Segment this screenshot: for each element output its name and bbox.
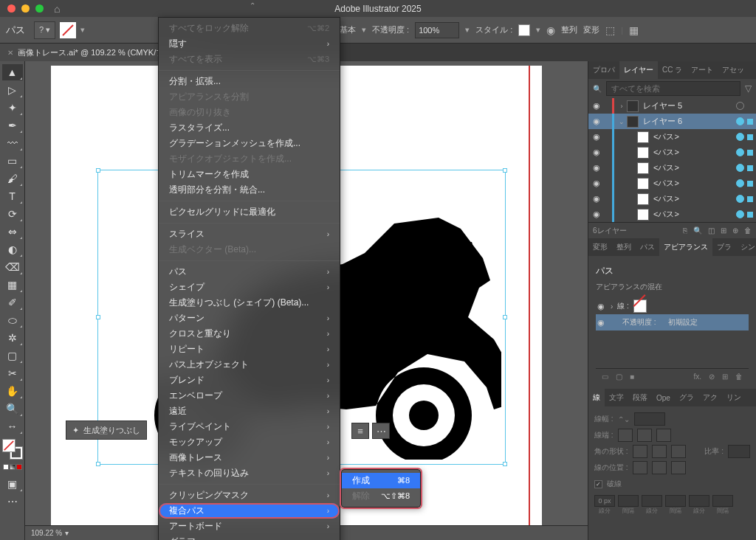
ratio-input[interactable] [728, 445, 750, 458]
menu-item[interactable]: 生成塗りつぶし (シェイプ) (Beta)... [159, 295, 340, 311]
layer-name[interactable]: <パス> [650, 193, 733, 204]
dash-input[interactable] [642, 495, 662, 507]
visibility-icon[interactable]: ◉ [591, 101, 602, 111]
layer-name[interactable]: レイヤー 5 [640, 100, 733, 111]
visibility-icon[interactable]: ◉ [591, 194, 602, 204]
visibility-icon[interactable]: ◉ [591, 132, 602, 142]
menu-item[interactable]: トリムマークを作成 [159, 167, 340, 182]
fill-swatch[interactable] [60, 22, 76, 38]
menu-item[interactable]: グラフ› [159, 534, 340, 540]
fx-icon[interactable]: fx. [693, 373, 701, 381]
zoom-level[interactable]: 109.22 % [31, 529, 62, 537]
trace-icon[interactable]: ▦ [629, 24, 639, 36]
magic-wand-tool[interactable]: ✦ [2, 100, 23, 116]
menu-item[interactable]: クリッピングマスク› [159, 488, 340, 503]
new-layer-icon[interactable]: ⊕ [732, 226, 738, 235]
home-icon[interactable]: ⌂ [54, 3, 60, 15]
layer-name[interactable]: <パス> [650, 178, 733, 189]
menu-item[interactable]: ライブペイント› [159, 419, 340, 435]
layer-row[interactable]: ◉<パス> [588, 191, 756, 207]
panel-tab[interactable]: アート [687, 61, 718, 79]
close-window[interactable] [7, 4, 16, 13]
dash-input[interactable] [665, 495, 686, 507]
layer-name[interactable]: <パス> [650, 162, 733, 173]
layer-search-input[interactable] [606, 81, 740, 96]
dimension-tool[interactable]: ↔ [2, 418, 23, 435]
collapse-arrow-icon[interactable]: ⌃ [250, 1, 255, 10]
panel-tab[interactable]: 整列 [612, 238, 636, 256]
paintbrush-tool[interactable]: 🖌 [2, 170, 23, 187]
disclosure-icon[interactable]: › [618, 103, 625, 110]
panel-tab[interactable]: シン [736, 238, 756, 256]
submenu-item[interactable]: 作成⌘8 [342, 473, 420, 488]
help-dropdown[interactable]: ? ▾ [34, 21, 55, 39]
panel-tab[interactable]: CC ラ [658, 61, 687, 79]
slice-tool[interactable]: ✂ [2, 365, 23, 381]
basic-label[interactable]: 基本 [340, 24, 356, 35]
dashed-checkbox[interactable]: ✓ [594, 480, 602, 488]
menu-item[interactable]: パス› [159, 264, 340, 280]
cap-square[interactable] [656, 429, 671, 442]
rule-icon[interactable]: ▭ [602, 373, 608, 381]
visibility-icon[interactable]: ◉ [591, 117, 602, 126]
panel-tab[interactable]: アピアランス [659, 238, 712, 256]
blend-tool[interactable]: ⬭ [2, 312, 23, 328]
dropdown-icon[interactable]: ▾ [536, 25, 540, 35]
panel-tab[interactable]: ブラ [712, 238, 736, 256]
target-icon[interactable] [736, 133, 744, 141]
maximize-window[interactable] [35, 4, 44, 13]
rotate-tool[interactable]: ⟳ [2, 206, 23, 222]
menu-item[interactable]: アートボード› [159, 519, 340, 534]
menu-item[interactable]: シェイプ› [159, 280, 340, 295]
duplicate-icon[interactable]: ⊞ [722, 373, 728, 381]
panel-tab[interactable]: パス [636, 238, 659, 256]
dash-input[interactable] [594, 495, 615, 507]
direct-selection-tool[interactable]: ▷ [2, 82, 23, 98]
color-modes[interactable] [3, 464, 22, 470]
eraser-tool[interactable]: ⌫ [2, 259, 23, 275]
delete-layer-icon[interactable]: 🗑 [744, 226, 752, 235]
edit-toolbar[interactable]: ⋯ [2, 494, 23, 510]
visibility-icon[interactable]: ◉ [591, 148, 602, 157]
menu-icon[interactable]: ≡ [351, 423, 369, 439]
fill-stroke-control[interactable] [2, 439, 23, 460]
panel-tab[interactable]: 線 [588, 389, 605, 406]
target-icon[interactable] [736, 102, 744, 110]
width-tool[interactable]: ⇔ [2, 224, 23, 240]
cap-round[interactable] [637, 429, 652, 442]
gradient-tool[interactable]: ▦ [2, 277, 23, 293]
disclosure-icon[interactable]: ⌄ [618, 118, 625, 125]
more-icon[interactable]: ⋯ [372, 423, 390, 439]
shape-builder-tool[interactable]: ◐ [2, 241, 23, 257]
search-layer-icon[interactable]: 🔍 [693, 226, 702, 235]
layer-row[interactable]: ◉<パス> [588, 160, 756, 176]
layer-name[interactable]: レイヤー 6 [640, 116, 733, 127]
menu-item[interactable]: リピート› [159, 342, 340, 357]
stepper-icon[interactable]: ⌃⌄ [618, 415, 630, 423]
cap-butt[interactable] [618, 429, 633, 442]
corner-bevel[interactable] [671, 445, 686, 458]
zoom-tool[interactable]: 🔍 [2, 401, 23, 417]
dropdown-icon[interactable]: ▾ [65, 529, 69, 537]
dropdown-icon[interactable]: ▾ [465, 25, 470, 35]
target-icon[interactable] [736, 117, 744, 125]
menu-item[interactable]: 画像トレース› [159, 450, 340, 465]
locate-icon[interactable]: ⎘ [683, 226, 687, 235]
menu-item[interactable]: エンベロープ› [159, 388, 340, 404]
align-inside[interactable] [652, 461, 667, 474]
disclosure-icon[interactable]: › [611, 302, 613, 311]
align-label[interactable]: 整列 [561, 24, 577, 35]
target-icon[interactable] [736, 164, 744, 172]
dash-input[interactable] [618, 495, 639, 507]
panel-tab[interactable]: アセッ [718, 61, 749, 79]
curvature-tool[interactable]: 〰 [2, 135, 23, 151]
corner-round[interactable] [652, 445, 667, 458]
visibility-icon[interactable]: ◉ [591, 210, 602, 219]
stroke-icon[interactable]: ▢ [616, 373, 622, 381]
menu-item[interactable]: ピクセルグリッドに最適化 [159, 204, 340, 220]
eyedropper-tool[interactable]: ✐ [2, 294, 23, 311]
layer-row[interactable]: ◉<パス> [588, 145, 756, 160]
fill-dropdown-icon[interactable]: ▾ [80, 25, 85, 35]
rectangle-tool[interactable]: ▭ [2, 153, 23, 169]
menu-item[interactable]: クロスと重なり› [159, 326, 340, 342]
